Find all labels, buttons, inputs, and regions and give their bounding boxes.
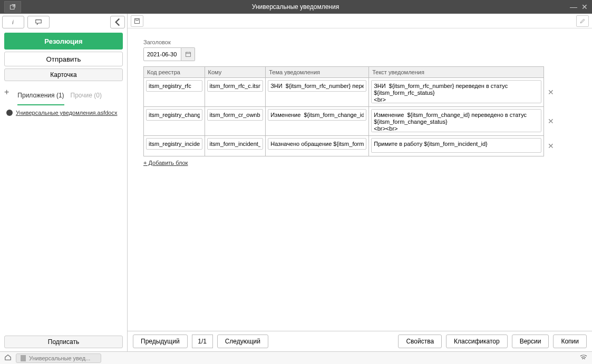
other-tab[interactable]: Прочие (0)	[71, 87, 102, 105]
doc-icon	[21, 355, 26, 361]
body-textarea[interactable]	[371, 138, 541, 153]
send-button[interactable]: Отправить	[4, 52, 123, 66]
window-title: Универсальные уведомления	[21, 3, 570, 11]
body-textarea[interactable]	[371, 80, 541, 103]
add-attachment-icon[interactable]: +	[4, 87, 9, 105]
registry-input[interactable]	[146, 138, 202, 150]
col-header-registry: Код реестра	[144, 67, 205, 78]
page-input[interactable]	[192, 335, 213, 348]
col-header-body: Текст уведомления	[369, 67, 544, 78]
to-input[interactable]	[207, 80, 264, 92]
registry-input[interactable]	[146, 80, 202, 92]
titlebar: Универсальные уведомления — ✕	[0, 0, 592, 14]
card-button[interactable]: Карточка	[4, 68, 123, 81]
to-input[interactable]	[207, 109, 264, 121]
delete-row-icon[interactable]: ✕	[548, 142, 554, 150]
resolution-button[interactable]: Резолюция	[4, 33, 123, 50]
to-input[interactable]	[207, 138, 264, 150]
copies-button[interactable]: Копии	[553, 335, 587, 348]
attachments-tab[interactable]: Приложения (1)	[17, 87, 64, 105]
subject-input[interactable]	[268, 80, 366, 92]
properties-button[interactable]: Свойства	[398, 335, 442, 348]
table-row: ✕	[144, 136, 544, 156]
notifications-table: Код реестра Кому Тема уведомления Текст …	[143, 66, 544, 156]
attachment-item[interactable]: Универсальные уведомления.asfdocx	[6, 110, 121, 116]
classifier-button[interactable]: Классификатор	[446, 335, 508, 348]
sidebar: i Резолюция Отправить Карточка + Приложе…	[0, 14, 128, 351]
delete-row-icon[interactable]: ✕	[548, 88, 554, 96]
minimize-icon[interactable]: —	[570, 3, 577, 11]
sign-button[interactable]: Подписать	[4, 336, 123, 348]
info-tab-icon[interactable]: i	[2, 16, 24, 28]
prev-button[interactable]: Предыдущий	[133, 335, 188, 348]
add-block-link[interactable]: + Добавить блок	[143, 160, 576, 166]
col-header-subject: Тема уведомления	[266, 67, 369, 78]
delete-row-icon[interactable]: ✕	[548, 117, 554, 125]
attachment-link[interactable]: Универсальные уведомления.asfdocx	[16, 110, 117, 116]
date-input[interactable]	[143, 47, 181, 61]
collapse-sidebar-button[interactable]	[110, 16, 125, 28]
svg-rect-3	[136, 18, 139, 20]
col-header-to: Кому	[205, 67, 266, 78]
table-row: ✕	[144, 78, 544, 107]
breadcrumb-label: Универсальные увед...	[29, 355, 90, 361]
close-icon[interactable]: ✕	[581, 3, 588, 11]
edit-icon[interactable]	[576, 15, 589, 27]
breadcrumb-tab[interactable]: Универсальные увед...	[16, 353, 101, 363]
home-icon[interactable]	[4, 353, 12, 362]
header-label: Заголовок	[143, 39, 576, 45]
svg-text:i: i	[12, 19, 14, 25]
svg-rect-2	[135, 18, 140, 23]
versions-button[interactable]: Версии	[512, 335, 549, 348]
attachment-dot-icon	[6, 110, 13, 116]
subject-input[interactable]	[268, 109, 366, 121]
statusbar: Универсальные увед...	[0, 351, 592, 364]
next-button[interactable]: Следующий	[217, 335, 268, 348]
svg-rect-4	[186, 52, 190, 56]
save-icon[interactable]	[131, 15, 143, 27]
table-row: ✕	[144, 107, 544, 136]
body-textarea[interactable]	[371, 109, 541, 132]
external-link-icon[interactable]	[4, 1, 21, 13]
registry-input[interactable]	[146, 109, 202, 121]
wifi-icon	[579, 353, 588, 363]
calendar-icon[interactable]	[181, 47, 195, 61]
comment-tab-icon[interactable]	[27, 16, 50, 28]
subject-input[interactable]	[268, 138, 366, 150]
